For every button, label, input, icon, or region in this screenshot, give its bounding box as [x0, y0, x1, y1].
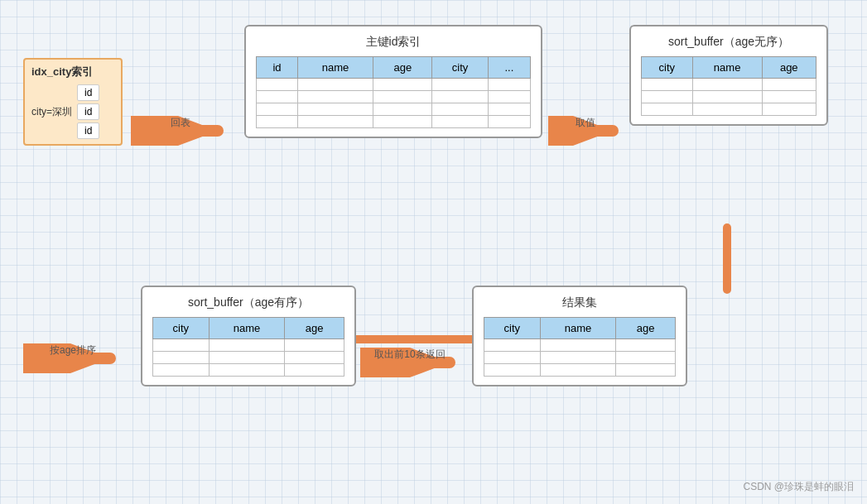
pk-col-age: age — [373, 57, 432, 79]
sb-col-city: city — [642, 57, 693, 79]
table-row — [257, 79, 531, 91]
table-row — [257, 116, 531, 128]
result-set-box: 结果集 city name age — [472, 286, 687, 386]
rs-col-age: age — [616, 318, 676, 339]
table-row — [257, 91, 531, 103]
idx-id-3: id — [77, 122, 99, 139]
pk-table-box: 主键id索引 id name age city ... — [244, 25, 542, 138]
pk-table: id name age city ... — [256, 56, 531, 128]
sbs-col-name: name — [209, 318, 285, 339]
watermark: CSDN @珍珠是蚌的眼泪 — [743, 480, 854, 494]
pk-table-title: 主键id索引 — [256, 35, 531, 50]
pk-col-city: city — [432, 57, 488, 79]
huibiao-label: 回表 — [171, 116, 190, 130]
table-row — [642, 91, 816, 103]
top10-label: 取出前10条返回 — [374, 348, 445, 362]
table-row — [642, 103, 816, 116]
idx-id-1: id — [77, 84, 99, 101]
table-row — [484, 352, 676, 364]
table-row — [484, 364, 676, 377]
table-row — [153, 352, 344, 364]
table-row — [153, 339, 344, 352]
pk-col-name: name — [297, 57, 373, 79]
sort-buffer-sorted-box: sort_buffer（age有序） city name age — [141, 286, 356, 386]
result-set-title: 结果集 — [484, 295, 676, 310]
rs-col-name: name — [540, 318, 616, 339]
idx-city-condition: city=深圳 — [31, 84, 72, 139]
table-row — [153, 364, 344, 377]
sort-buffer-unsorted-table: city name age — [641, 56, 816, 116]
rs-col-city: city — [484, 318, 541, 339]
by-age-container: 按age排序 — [23, 343, 123, 373]
pk-col-more: ... — [488, 57, 530, 79]
idx-city-title: idx_city索引 — [31, 65, 114, 79]
sort-buffer-unsorted-title: sort_buffer（age无序） — [641, 35, 816, 50]
table-row — [257, 103, 531, 116]
idx-city-ids: id id id — [77, 84, 99, 139]
by-age-label: 按age排序 — [50, 343, 96, 358]
quzhi-label: 取值 — [576, 116, 595, 130]
result-set-table: city name age — [484, 317, 676, 377]
sbs-col-city: city — [153, 318, 210, 339]
table-row — [484, 339, 676, 352]
down-arrow — [710, 223, 744, 306]
pk-col-id: id — [257, 57, 298, 79]
table-row — [642, 79, 816, 91]
sb-col-age: age — [762, 57, 816, 79]
idx-id-2: id — [77, 103, 99, 120]
idx-city-index: idx_city索引 city=深圳 id id id — [23, 58, 123, 146]
sb-col-name: name — [692, 57, 762, 79]
sort-buffer-sorted-table: city name age — [152, 317, 344, 377]
sort-buffer-unsorted-box: sort_buffer（age无序） city name age — [629, 25, 828, 126]
sort-buffer-sorted-title: sort_buffer（age有序） — [152, 295, 344, 310]
sbs-col-age: age — [285, 318, 344, 339]
